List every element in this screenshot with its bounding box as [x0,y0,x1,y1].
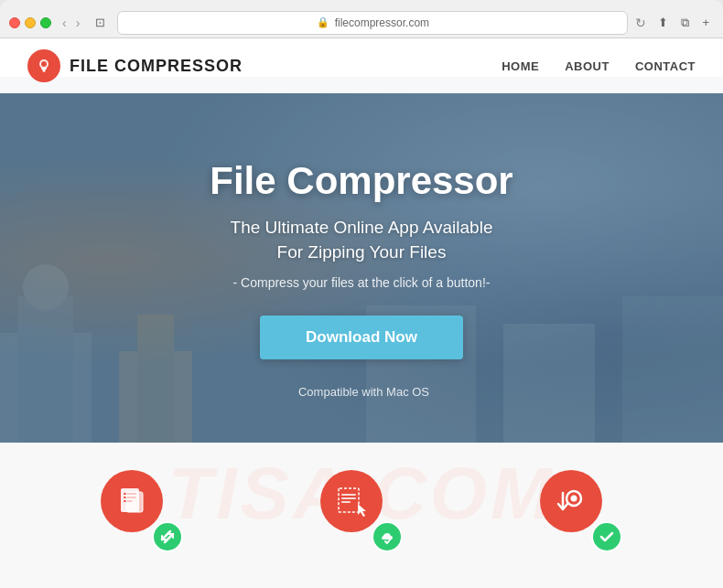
features-section: TISA.COM [0,443,723,588]
svg-marker-24 [358,504,366,517]
feature-done [471,470,691,552]
address-bar[interactable]: 🔒 filecompressor.com [117,11,628,35]
select-main-icon [320,470,383,532]
browser-chrome: ‹ › ⊡ 🔒 filecompressor.com ↻ ⬆ ⧉ + [0,0,723,38]
svg-point-2 [41,61,47,67]
nav-links: HOME ABOUT CONTACT [502,59,696,73]
svg-rect-23 [341,501,351,503]
back-button[interactable]: ‹ [59,14,70,32]
minimize-button[interactable] [25,17,36,28]
reload-button[interactable]: ↻ [635,16,646,30]
compress-icon-group [101,470,183,552]
feature-compress [32,470,252,552]
expand-button[interactable]: + [697,14,714,32]
maximize-button[interactable] [40,17,51,28]
select-badge-icon [372,521,403,552]
done-main-icon [540,470,602,532]
svg-rect-4 [43,69,46,72]
feature-select [252,470,471,552]
mac-compatible: Compatible with Mac OS [294,385,429,399]
new-tab-button[interactable]: ⧉ [676,14,694,32]
hero-content: File Compressor The Ultimate Online App … [0,77,723,399]
done-badge-icon [591,521,622,552]
browser-content: FILE COMPRESSOR HOME ABOUT CONTACT File … [0,38,723,588]
forward-button[interactable]: › [72,14,84,32]
nav-home[interactable]: HOME [502,59,539,73]
hero-title: File Compressor [0,159,723,203]
traffic-lights [9,17,51,28]
svg-point-26 [571,496,577,502]
nav-contact[interactable]: CONTACT [635,59,696,73]
brand: FILE COMPRESSOR [27,49,243,82]
hero-section: File Compressor The Ultimate Online App … [0,77,723,443]
hero-subtitle: The Ultimate Online App Available For Zi… [0,216,723,264]
lock-icon: 🔒 [317,16,329,28]
svg-rect-21 [341,494,356,496]
nav-arrows: ‹ › [59,14,83,32]
svg-rect-20 [339,488,359,512]
select-icon-group [320,470,403,552]
compress-badge-icon [152,521,183,552]
brand-logo [27,49,60,82]
svg-rect-17 [126,492,143,512]
brand-name: FILE COMPRESSOR [70,57,243,76]
site-navbar: FILE COMPRESSOR HOME ABOUT CONTACT [0,38,723,93]
nav-about[interactable]: ABOUT [565,59,610,73]
svg-rect-22 [341,497,356,499]
done-icon-group [540,470,622,552]
share-button[interactable]: ⬆ [653,14,673,32]
close-button[interactable] [9,17,20,28]
compress-main-icon [101,470,163,532]
browser-actions: ⬆ ⧉ + [653,14,714,32]
download-button[interactable]: Download Now [260,315,463,359]
window-view-button[interactable]: ⊡ [91,14,110,31]
hero-tagline: - Compress your files at the click of a … [0,275,723,290]
address-text: filecompressor.com [335,16,429,29]
